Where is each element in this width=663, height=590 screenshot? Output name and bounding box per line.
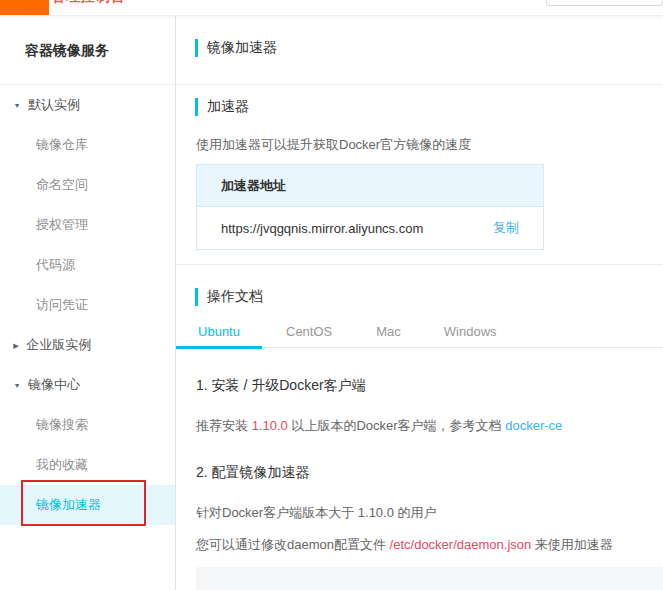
clipped-red-nav-text: 管理控制台 [51, 0, 161, 6]
sidebar-group-label: 默认实例 [28, 96, 80, 114]
main-content: 镜像加速器 加速器 使用加速器可以提升获取Docker官方镜像的速度 加速器地址… [176, 16, 663, 590]
docker-ce-link[interactable]: docker-ce [505, 418, 562, 433]
accelerator-section-title: 加速器 [195, 98, 663, 116]
console-page: 管理控制台 容器镜像服务 ▼ 默认实例 镜像仓库 命名空间 授权管理 [0, 0, 663, 590]
sidebar: 容器镜像服务 ▼ 默认实例 镜像仓库 命名空间 授权管理 代码源 [0, 16, 176, 590]
accelerator-table: 加速器地址 https://jvqgqnis.mirror.aliyuncs.c… [196, 164, 544, 250]
step2-title: 2. 配置镜像加速器 [196, 464, 663, 482]
sidebar-item-image-accelerator[interactable]: 镜像加速器 [0, 485, 175, 525]
sidebar-group-image-center[interactable]: ▼ 镜像中心 [0, 365, 175, 405]
divider [176, 264, 663, 265]
divider [176, 84, 663, 85]
step1-title: 1. 安装 / 升级Docker客户端 [196, 377, 663, 395]
accent-bar [195, 39, 198, 57]
step1-text: 推荐安装 1.10.0 以上版本的Docker客户端，参考文档 docker-c… [196, 417, 663, 435]
table-header-accelerator-address: 加速器地址 [197, 165, 543, 207]
sidebar-item-code-source[interactable]: 代码源 [0, 245, 175, 285]
sidebar-group-label: 镜像中心 [28, 376, 80, 394]
sidebar-item-image-repos[interactable]: 镜像仓库 [0, 125, 175, 165]
accent-bar [195, 288, 198, 306]
copy-button[interactable]: 复制 [493, 219, 519, 237]
tab-windows[interactable]: Windows [444, 324, 497, 347]
page-title: 镜像加速器 [195, 39, 663, 57]
search-input[interactable] [546, 0, 663, 6]
tab-mac[interactable]: Mac [376, 324, 401, 347]
tab-centos[interactable]: CentOS [286, 324, 332, 347]
docker-version: 1.10.0 [252, 418, 288, 433]
sidebar-nav: ▼ 默认实例 镜像仓库 命名空间 授权管理 代码源 访问凭证 [0, 85, 175, 525]
accelerator-url: https://jvqgqnis.mirror.aliyuncs.com [221, 221, 493, 236]
table-row: https://jvqgqnis.mirror.aliyuncs.com 复制 [197, 207, 543, 249]
sidebar-item-auth-management[interactable]: 授权管理 [0, 205, 175, 245]
daemon-json-path: /etc/docker/daemon.json [390, 537, 532, 552]
sidebar-item-image-search[interactable]: 镜像搜索 [0, 405, 175, 445]
shell-code-block[interactable]: sudo mkdir -p /etc/docker sudo tee /etc/… [196, 567, 663, 590]
sidebar-item-access-credentials[interactable]: 访问凭证 [0, 285, 175, 325]
os-tab-bar: Ubuntu CentOS Mac Windows [176, 318, 663, 348]
sidebar-group-enterprise-instance[interactable]: ▶ 企业版实例 [0, 325, 175, 365]
chevron-down-icon: ▼ [13, 101, 20, 109]
chevron-right-icon: ▶ [13, 341, 19, 349]
sidebar-group-default-instance[interactable]: ▼ 默认实例 [0, 85, 175, 125]
sidebar-item-namespaces[interactable]: 命名空间 [0, 165, 175, 205]
aliyun-logo[interactable] [0, 0, 49, 16]
accent-bar [195, 98, 198, 116]
sidebar-title: 容器镜像服务 [0, 16, 175, 84]
sidebar-item-my-favorites[interactable]: 我的收藏 [0, 445, 175, 485]
docs-section-title: 操作文档 [195, 288, 663, 306]
sidebar-group-label: 企业版实例 [26, 336, 91, 354]
accelerator-description: 使用加速器可以提升获取Docker官方镜像的速度 [196, 136, 663, 154]
tab-ubuntu[interactable]: Ubuntu [176, 324, 262, 349]
step2-line2: 您可以通过修改daemon配置文件 /etc/docker/daemon.jso… [196, 536, 663, 554]
chevron-down-icon: ▼ [13, 381, 20, 389]
top-header-bar: 管理控制台 [0, 0, 663, 16]
step2-line1: 针对Docker客户端版本大于 1.10.0 的用户 [196, 504, 663, 522]
